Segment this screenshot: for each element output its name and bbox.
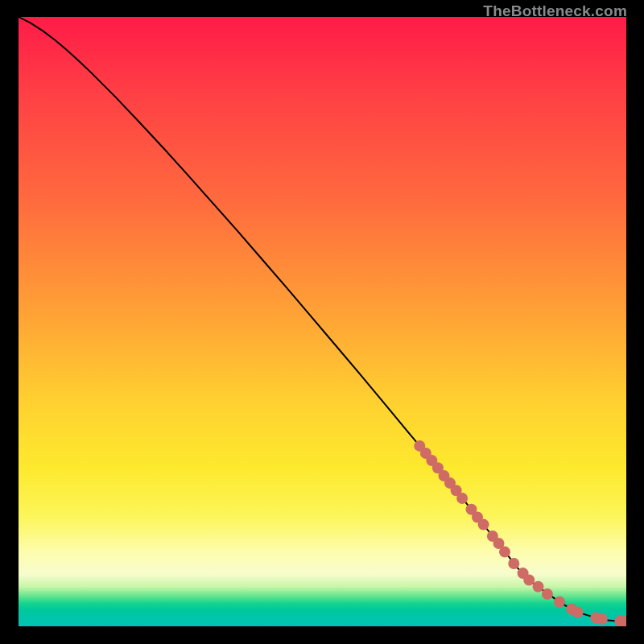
plot-area (19, 17, 626, 626)
watermark-text: TheBottleneck.com (483, 2, 627, 20)
chart-stage: TheBottleneck.com (0, 0, 644, 644)
